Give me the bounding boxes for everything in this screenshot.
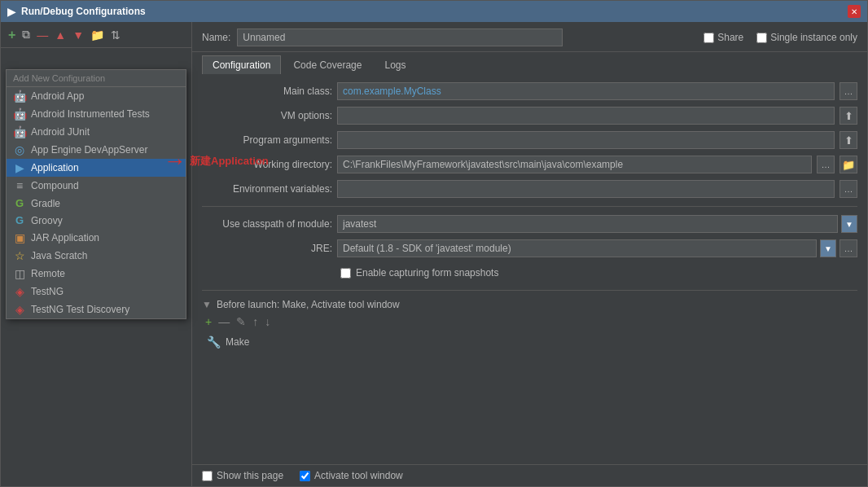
jre-label: JRE:	[202, 243, 332, 254]
groovy-icon: G	[13, 214, 26, 226]
compound-icon: ≡	[13, 179, 26, 192]
right-panel: Name: Share Single instance only Configu…	[192, 22, 867, 486]
main-class-input[interactable]	[337, 82, 835, 100]
vm-options-expand-button[interactable]: ⬆	[840, 107, 857, 125]
working-dir-input[interactable]	[337, 156, 812, 173]
show-page-label: Show this page	[202, 470, 283, 481]
dropdown-item-android-instrumented[interactable]: 🤖 Android Instrumented Tests	[7, 105, 186, 123]
dropdown-item-label: Groovy	[31, 215, 63, 226]
dropdown-item-label: TestNG	[31, 286, 64, 297]
before-launch-header: ▼ Before launch: Make, Activate tool win…	[202, 299, 857, 310]
show-page-checkbox[interactable]	[202, 471, 213, 481]
dropdown-item-appengine[interactable]: ◎ App Engine DevAppServer	[7, 141, 186, 159]
dropdown-item-label: Remote	[31, 268, 65, 279]
android-app-icon: 🤖	[13, 90, 26, 103]
move-down-button[interactable]: ▼	[70, 27, 86, 43]
bl-add-button[interactable]: +	[204, 315, 213, 328]
dropdown-item-label: JAR Application	[31, 232, 99, 244]
before-launch-title: Before launch: Make, Activate tool windo…	[217, 299, 400, 310]
tab-content: Main class: … VM options: ⬆ Program argu…	[192, 74, 867, 464]
program-args-input[interactable]	[337, 131, 835, 149]
jre-select-wrap: Default (1.8 - SDK of 'javatest' module)…	[337, 239, 857, 257]
close-button[interactable]: ✕	[848, 5, 861, 18]
working-dir-browse-button[interactable]: …	[817, 156, 835, 173]
bl-edit-button[interactable]: ✎	[235, 315, 248, 328]
testng-icon: ◈	[13, 285, 26, 298]
move-up-button[interactable]: ▲	[52, 27, 68, 43]
program-args-label: Program arguments:	[202, 134, 332, 146]
bl-remove-button[interactable]: —	[217, 315, 231, 328]
make-icon: 🔧	[207, 336, 221, 349]
dropdown-item-testng-discovery[interactable]: ◈ TestNG Test Discovery	[7, 301, 186, 318]
bottom-bar: Show this page Activate tool window	[192, 464, 867, 486]
title-bar: ▶ Run/Debug Configurations ✕	[1, 1, 867, 22]
main-class-browse-button[interactable]: …	[840, 82, 857, 100]
jre-dropdown-arrow[interactable]: ▼	[820, 239, 836, 257]
jre-browse-button[interactable]: …	[840, 239, 857, 257]
snapshots-checkbox[interactable]	[340, 268, 351, 279]
working-dir-row: Working directory: … 📁	[202, 156, 857, 173]
copy-config-button[interactable]: ⧉	[20, 26, 33, 43]
main-class-row: Main class: …	[202, 82, 857, 100]
application-icon: ▶	[13, 161, 26, 174]
add-config-button[interactable]: +	[6, 26, 18, 44]
activate-tool-checkbox[interactable]	[300, 471, 310, 481]
tab-logs[interactable]: Logs	[374, 55, 416, 74]
snapshots-label: Enable capturing form snapshots	[356, 267, 498, 279]
share-checkbox-label: Share	[704, 32, 743, 43]
vm-options-label: VM options:	[202, 110, 332, 121]
window-title: Run/Debug Configurations	[21, 6, 146, 17]
activate-tool-text: Activate tool window	[314, 470, 403, 481]
main-content: + ⧉ — ▲ ▼ 📁 ⇅ Add New Configuration 🤖 An…	[1, 22, 867, 486]
dropdown-item-android-junit[interactable]: 🤖 Android JUnit	[7, 123, 186, 141]
title-controls: ✕	[848, 5, 861, 18]
vm-options-row: VM options: ⬆	[202, 107, 857, 125]
dropdown-item-android-app[interactable]: 🤖 Android App	[7, 87, 186, 105]
jre-select[interactable]: Default (1.8 - SDK of 'javatest' module)	[337, 239, 817, 257]
run-debug-icon: ▶	[7, 5, 16, 18]
dropdown-header: Add New Configuration	[7, 70, 186, 87]
dropdown-item-label: TestNG Test Discovery	[31, 304, 129, 315]
working-dir-folder-button[interactable]: 📁	[840, 156, 857, 173]
share-label: Share	[717, 32, 743, 43]
classpath-select[interactable]: javatest	[337, 215, 838, 233]
testng-discovery-icon: ◈	[13, 303, 26, 316]
dropdown-item-label: Gradle	[31, 198, 60, 209]
folder-button[interactable]: 📁	[88, 27, 107, 43]
dropdown-item-jar[interactable]: ▣ JAR Application	[7, 229, 186, 247]
share-checkbox[interactable]	[704, 33, 714, 43]
dropdown-item-remote[interactable]: ◫ Remote	[7, 265, 186, 283]
dropdown-menu: Add New Configuration 🤖 Android App 🤖 An…	[6, 69, 186, 319]
make-label: Make	[226, 336, 249, 348]
env-vars-label: Environment variables:	[202, 183, 332, 195]
before-launch-toolbar: + — ✎ ↑ ↓	[202, 315, 857, 328]
single-instance-checkbox-label: Single instance only	[756, 32, 857, 43]
classpath-row: Use classpath of module: javatest ▼	[202, 215, 857, 233]
delete-config-button[interactable]: —	[34, 27, 50, 43]
tab-code-coverage[interactable]: Code Coverage	[283, 55, 372, 74]
vm-options-input[interactable]	[337, 107, 835, 125]
env-vars-browse-button[interactable]: …	[840, 180, 857, 198]
env-vars-input[interactable]	[337, 180, 835, 198]
program-args-expand-button[interactable]: ⬆	[840, 131, 857, 149]
snapshots-row: Enable capturing form snapshots	[202, 264, 857, 282]
dropdown-item-label: Compound	[31, 180, 79, 191]
sort-button[interactable]: ⇅	[108, 27, 123, 43]
dropdown-item-label: Android Instrumented Tests	[31, 108, 150, 120]
dropdown-item-compound[interactable]: ≡ Compound	[7, 177, 186, 195]
classpath-dropdown-arrow[interactable]: ▼	[841, 215, 857, 233]
bl-down-button[interactable]: ↓	[263, 315, 272, 328]
bl-up-button[interactable]: ↑	[251, 315, 260, 328]
dropdown-item-gradle[interactable]: G Gradle	[7, 195, 186, 212]
tab-configuration[interactable]: Configuration	[202, 55, 281, 74]
dropdown-item-groovy[interactable]: G Groovy	[7, 212, 186, 229]
dropdown-item-testng[interactable]: ◈ TestNG	[7, 283, 186, 301]
name-input[interactable]	[237, 29, 563, 46]
single-instance-checkbox[interactable]	[756, 33, 767, 43]
before-launch-toggle[interactable]: ▼	[202, 299, 212, 310]
dropdown-item-application[interactable]: ▶ Application	[7, 159, 186, 177]
main-window: ▶ Run/Debug Configurations ✕ + ⧉ — ▲ ▼ 📁…	[0, 0, 868, 487]
working-dir-label: Working directory:	[202, 159, 332, 170]
jar-icon: ▣	[13, 231, 26, 244]
dropdown-item-java-scratch[interactable]: ☆ Java Scratch	[7, 247, 186, 265]
